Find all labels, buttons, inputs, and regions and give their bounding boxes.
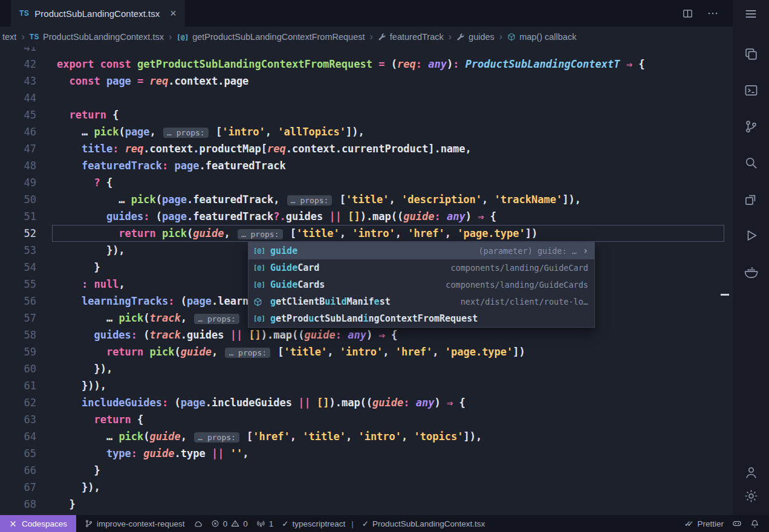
chevron-right-icon: › xyxy=(499,31,502,42)
line-number: 54 xyxy=(0,259,36,276)
menu-icon[interactable] xyxy=(744,7,758,21)
notifications-bell-button[interactable] xyxy=(750,519,759,528)
token: return xyxy=(106,346,150,358)
explorer-copy-icon[interactable] xyxy=(744,47,758,61)
active-file-button[interactable]: ✓ ProductSubLandingContext.tsx xyxy=(362,519,485,528)
code-line-47[interactable]: 47 title: req.context.productMap[req.con… xyxy=(0,140,733,157)
code-line-43[interactable]: 43 const page = req.context.page xyxy=(0,73,733,89)
token: pick xyxy=(150,346,175,358)
wrench-icon xyxy=(456,33,465,41)
extensions-icon[interactable] xyxy=(744,192,758,206)
code-line-49[interactable]: 49 ? { xyxy=(0,174,733,191)
scrollbar-thumb[interactable] xyxy=(721,294,729,296)
code-line-44[interactable]: 44 xyxy=(0,89,733,106)
token: any xyxy=(447,210,466,222)
token: : xyxy=(434,210,446,222)
line-number: 57 xyxy=(0,310,36,326)
symbol-variable-icon: [@] xyxy=(253,242,270,259)
code-line-67[interactable]: 67 }), xyxy=(0,479,733,496)
token: 'description' xyxy=(401,193,482,206)
tab-bar: TS ProductSubLandingContext.tsx × ⋯ xyxy=(0,0,733,27)
line-number: 41 xyxy=(0,47,36,56)
breadcrumb-file[interactable]: TS ProductSubLandingContext.tsx xyxy=(30,32,164,42)
settings-gear-icon[interactable] xyxy=(744,489,758,503)
breadcrumb-map-callback[interactable]: map() callback xyxy=(507,32,576,42)
codespaces-remote-button[interactable]: Codespaces xyxy=(0,515,76,532)
token: { xyxy=(638,58,644,70)
suggestion-getClientBuildManifest[interactable]: getClientBuildManifestnext/dist/client/r… xyxy=(248,293,594,310)
run-debug-icon[interactable] xyxy=(744,229,758,242)
split-editor-icon[interactable] xyxy=(683,8,693,19)
code-text: })), xyxy=(52,377,724,394)
suggestion-label: getClientBuildManifest xyxy=(270,293,391,310)
code-line-66[interactable]: 66 } xyxy=(0,462,733,479)
breadcrumb-function[interactable]: [@] getProductSubLandingContextFromReque… xyxy=(177,32,365,42)
line-number: 68 xyxy=(0,496,36,513)
token: , xyxy=(242,447,248,459)
token: ( xyxy=(391,58,397,70)
code-line-51[interactable]: 51 guides: (page.featuredTrack?.guides |… xyxy=(0,208,733,225)
token: any xyxy=(428,58,447,70)
code-line-60[interactable]: 60 }), xyxy=(0,360,733,377)
source-control-icon[interactable] xyxy=(744,120,758,134)
token: 'href' xyxy=(395,346,432,358)
ports-button[interactable]: 1 xyxy=(256,519,274,528)
code-line-63[interactable]: 63 return { xyxy=(0,411,733,428)
code-line-69[interactable]: 69} xyxy=(0,513,733,515)
token: = xyxy=(372,58,391,70)
token: { xyxy=(106,177,112,189)
docker-icon[interactable] xyxy=(744,265,758,279)
code-text: } xyxy=(52,462,724,479)
code-line-52[interactable]: 52 return pick(guide, … props: ['title',… xyxy=(0,225,733,242)
token: = xyxy=(131,75,150,87)
code-line-41[interactable]: 41 xyxy=(0,47,733,56)
token: .guides xyxy=(181,329,230,341)
tab-productsublandingcontext[interactable]: TS ProductSubLandingContext.tsx × xyxy=(11,0,185,27)
breadcrumb-guides[interactable]: guides xyxy=(456,32,495,42)
token: .context.currentProduct].name, xyxy=(286,143,472,155)
branch-button[interactable]: improve-context-request xyxy=(85,519,185,528)
code-line-46[interactable]: 46 … pick(page, … props: ['intro', 'allT… xyxy=(0,123,733,140)
token: { xyxy=(459,397,465,409)
suggestion-GuideCards[interactable]: [@]GuideCardscomponents/landing/GuideCar… xyxy=(248,276,594,293)
account-icon[interactable] xyxy=(744,465,758,479)
line-number: 59 xyxy=(0,343,36,360)
chevron-right-icon[interactable]: › xyxy=(583,242,588,259)
sync-button[interactable] xyxy=(193,519,203,528)
activity-bar xyxy=(733,0,769,515)
code-line-62[interactable]: 62 includeGuides: (page.includeGuides ||… xyxy=(0,394,733,411)
line-number: 51 xyxy=(0,208,36,225)
code-line-65[interactable]: 65 type: guide.type || '', xyxy=(0,445,733,462)
suggestion-guide[interactable]: [@]guide(parameter) guide: …› xyxy=(248,242,594,259)
code-text: }), xyxy=(52,479,724,496)
suggestion-GuideCard[interactable]: [@]GuideCardcomponents/landing/GuideCard xyxy=(248,259,594,276)
token: .context.productMap[ xyxy=(143,143,267,155)
terminal-icon[interactable] xyxy=(744,83,758,97)
code-line-58[interactable]: 58 guides: (track.guides || []).map((gui… xyxy=(0,326,733,343)
code-line-50[interactable]: 50 … pick(page.featuredTrack, … props: [… xyxy=(0,191,733,208)
breadcrumb-folder[interactable]: text xyxy=(2,32,16,42)
code-line-64[interactable]: 64 … pick(guide, … props: ['href', 'titl… xyxy=(0,428,733,445)
search-icon[interactable] xyxy=(744,156,758,170)
suggestion-getProductSubLandingContextFromRequest[interactable]: [@]getProductSubLandingContextFromReques… xyxy=(248,310,594,327)
code-line-45[interactable]: 45 return { xyxy=(0,106,733,123)
prettier-button[interactable]: ✓✓ Prettier xyxy=(684,519,724,528)
close-icon[interactable]: × xyxy=(170,8,177,19)
code-line-61[interactable]: 61 })), xyxy=(0,377,733,394)
code-line-48[interactable]: 48 featuredTrack: page.featuredTrack xyxy=(0,157,733,174)
token: || xyxy=(329,210,348,222)
copilot-button[interactable] xyxy=(732,519,742,528)
problems-button[interactable]: 0 0 xyxy=(211,519,248,528)
code-line-42[interactable]: 42export const getProductSubLandingConte… xyxy=(0,56,733,73)
token: [ xyxy=(333,193,345,206)
typescript-icon: TS xyxy=(30,33,39,41)
code-line-59[interactable]: 59 return pick(guide, … props: ['title',… xyxy=(0,343,733,360)
code-editor[interactable]: 4142export const getProductSubLandingCon… xyxy=(0,47,733,515)
chevron-right-icon: › xyxy=(370,31,373,42)
breadcrumb-featuredtrack[interactable]: featuredTrack xyxy=(378,32,444,42)
language-mode-button[interactable]: ✓ typescriptreact | xyxy=(282,519,354,528)
code-text: return pick(guide, … props: ['title', 'i… xyxy=(52,225,724,242)
more-actions-icon[interactable]: ⋯ xyxy=(707,7,718,20)
code-line-68[interactable]: 68 } xyxy=(0,496,733,513)
inlay-hint: … props: xyxy=(194,314,239,324)
